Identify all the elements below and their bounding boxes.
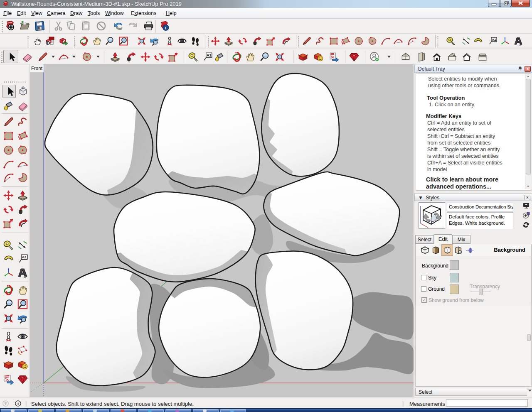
- svg-text:A1: A1: [22, 255, 27, 259]
- svg-text:A1: A1: [492, 38, 496, 42]
- svg-text:Front: Front: [31, 66, 43, 71]
- svg-text:A1: A1: [207, 53, 211, 57]
